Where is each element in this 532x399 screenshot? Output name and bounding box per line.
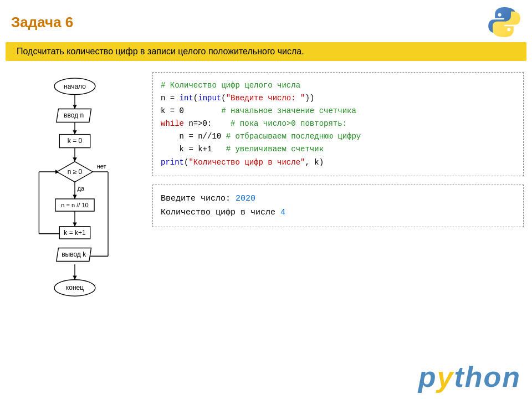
output-block: Введите число: 2020 Количество цифр в чи… [152,185,524,227]
svg-marker-11 [73,222,76,226]
svg-marker-3 [73,105,76,109]
page-header: Задача 6 [0,0,532,42]
svg-text:нет: нет [97,163,106,170]
code-line-7: print("Количество цифр в числе", k) [161,156,515,169]
code-side: # Количество цифр целого числа n = int(i… [152,72,524,340]
output-line-1: Введите число: 2020 [161,192,515,206]
code-line-4: while n=>0: # пока число>0 повторять: [161,117,515,130]
svg-text:ввод n: ввод n [64,111,84,119]
code-line-5: n = n//10 # отбрасываем последнюю цифру [161,130,515,143]
code-line-1: # Количество цифр целого числа [161,79,515,92]
code-line-6: k = k+1 # увеличиваем счетчик [161,143,515,156]
code-line-3: k = 0 # начальное значение счетчика [161,105,515,117]
main-content: начало ввод n k = 0 n ≥ 0 нет да n = n /… [0,64,532,346]
svg-text:конец: конец [66,284,84,291]
svg-marker-9 [73,195,76,199]
svg-text:n = n // 10: n = n // 10 [61,202,89,208]
code-block: # Количество цифр целого числа n = int(i… [152,72,524,176]
svg-point-0 [498,13,502,17]
python-logo-icon [488,6,521,39]
python-watermark: python [418,360,521,393]
svg-marker-21 [73,275,76,279]
code-line-2: n = int(input("Введите число: ")) [161,92,515,105]
svg-point-1 [507,28,510,31]
flowchart-diagram: начало ввод n k = 0 n ≥ 0 нет да n = n /… [8,72,141,338]
flowchart-area: начало ввод n k = 0 n ≥ 0 нет да n = n /… [8,72,141,340]
svg-marker-5 [73,130,76,134]
svg-text:n ≥ 0: n ≥ 0 [68,168,83,176]
svg-text:вывод k: вывод k [62,250,86,258]
svg-text:k = k+1: k = k+1 [64,229,86,237]
subtitle-bar: Подсчитать количество цифр в записи цело… [6,42,526,61]
svg-text:k = 0: k = 0 [68,137,83,145]
subtitle-text: Подсчитать количество цифр в записи цело… [17,47,304,56]
svg-text:начало: начало [64,83,86,90]
svg-marker-7 [73,157,76,161]
svg-text:да: да [78,185,85,192]
output-line-2: Количество цифр в числе 4 [161,206,515,220]
page-title: Задача 6 [11,14,73,31]
